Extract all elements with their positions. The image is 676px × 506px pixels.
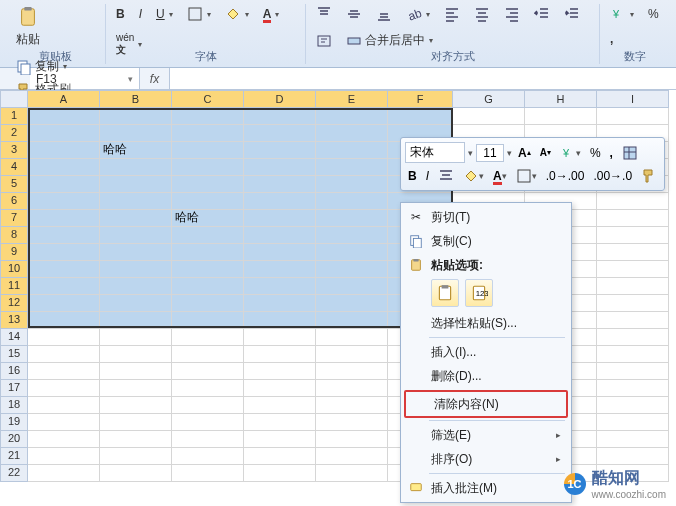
- cell[interactable]: [316, 125, 388, 142]
- ctx-filter[interactable]: 筛选(E) ▸: [403, 423, 569, 447]
- paste-opt-values[interactable]: 123: [465, 279, 493, 307]
- cell[interactable]: [316, 142, 388, 159]
- cell[interactable]: [100, 227, 172, 244]
- cell[interactable]: [597, 448, 669, 465]
- orientation-button[interactable]: ab▾: [402, 4, 434, 24]
- align-bot-button[interactable]: [372, 4, 396, 24]
- underline-button[interactable]: U▾: [152, 5, 177, 23]
- mini-border[interactable]: ▾: [513, 166, 540, 186]
- row-header-6[interactable]: 6: [0, 193, 28, 210]
- row-header-8[interactable]: 8: [0, 227, 28, 244]
- ctx-copy[interactable]: 复制(C): [403, 229, 569, 253]
- cell[interactable]: [28, 227, 100, 244]
- cell[interactable]: [28, 363, 100, 380]
- cell[interactable]: [244, 125, 316, 142]
- cell[interactable]: [28, 397, 100, 414]
- cell[interactable]: [244, 346, 316, 363]
- cell[interactable]: [244, 380, 316, 397]
- cell[interactable]: [172, 278, 244, 295]
- cell[interactable]: [172, 414, 244, 431]
- cell[interactable]: [28, 125, 100, 142]
- cell[interactable]: [100, 108, 172, 125]
- ctx-paste-special[interactable]: 选择性粘贴(S)...: [403, 311, 569, 335]
- cell[interactable]: [316, 312, 388, 329]
- align-left-button[interactable]: [440, 4, 464, 24]
- align-mid-button[interactable]: [342, 4, 366, 24]
- cell[interactable]: [100, 278, 172, 295]
- mini-font-size[interactable]: 11: [476, 144, 504, 162]
- row-header-13[interactable]: 13: [0, 312, 28, 329]
- row-header-12[interactable]: 12: [0, 295, 28, 312]
- cell[interactable]: [244, 108, 316, 125]
- cell[interactable]: [597, 278, 669, 295]
- cell[interactable]: [172, 431, 244, 448]
- row-header-11[interactable]: 11: [0, 278, 28, 295]
- font-color-button[interactable]: A▾: [259, 5, 284, 23]
- cell[interactable]: [597, 414, 669, 431]
- cell[interactable]: [100, 380, 172, 397]
- row-header-18[interactable]: 18: [0, 397, 28, 414]
- paste-opt-keep[interactable]: [431, 279, 459, 307]
- ctx-insert-comment[interactable]: 插入批注(M): [403, 476, 569, 500]
- cell[interactable]: [28, 448, 100, 465]
- cell[interactable]: [244, 193, 316, 210]
- cell[interactable]: [172, 227, 244, 244]
- row-header-10[interactable]: 10: [0, 261, 28, 278]
- mini-format-cells[interactable]: [619, 143, 641, 163]
- ctx-delete[interactable]: 删除(D)...: [403, 364, 569, 388]
- cell[interactable]: [244, 397, 316, 414]
- cell[interactable]: [28, 176, 100, 193]
- cell[interactable]: [244, 414, 316, 431]
- mini-fill-color[interactable]: ▾: [460, 166, 487, 186]
- cell[interactable]: [172, 159, 244, 176]
- ctx-cut[interactable]: ✂ 剪切(T): [403, 205, 569, 229]
- cell[interactable]: [172, 465, 244, 482]
- mini-align[interactable]: [435, 166, 457, 186]
- cell[interactable]: [597, 312, 669, 329]
- cell[interactable]: [172, 397, 244, 414]
- row-header-21[interactable]: 21: [0, 448, 28, 465]
- row-header-9[interactable]: 9: [0, 244, 28, 261]
- cell[interactable]: [597, 431, 669, 448]
- row-header-19[interactable]: 19: [0, 414, 28, 431]
- cell[interactable]: [597, 244, 669, 261]
- cell[interactable]: [316, 278, 388, 295]
- col-header-B[interactable]: B: [100, 90, 172, 108]
- cell[interactable]: [244, 329, 316, 346]
- cell[interactable]: [100, 431, 172, 448]
- cell[interactable]: [316, 227, 388, 244]
- mini-percent[interactable]: %: [587, 144, 604, 162]
- cell[interactable]: [28, 414, 100, 431]
- col-header-I[interactable]: I: [597, 90, 669, 108]
- col-header-C[interactable]: C: [172, 90, 244, 108]
- cell[interactable]: [172, 193, 244, 210]
- mini-dec-dec[interactable]: .00→.0: [590, 167, 635, 185]
- cell[interactable]: [316, 176, 388, 193]
- cell[interactable]: [244, 159, 316, 176]
- cell[interactable]: [244, 363, 316, 380]
- row-header-15[interactable]: 15: [0, 346, 28, 363]
- cell[interactable]: [525, 108, 597, 125]
- cell[interactable]: [28, 295, 100, 312]
- cell[interactable]: [172, 176, 244, 193]
- mini-font-color[interactable]: A▾: [490, 167, 510, 185]
- mini-bold[interactable]: B: [405, 167, 420, 185]
- cell[interactable]: [172, 142, 244, 159]
- row-header-5[interactable]: 5: [0, 176, 28, 193]
- cell[interactable]: [100, 261, 172, 278]
- col-header-A[interactable]: A: [28, 90, 100, 108]
- align-right-button[interactable]: [500, 4, 524, 24]
- cell[interactable]: [244, 465, 316, 482]
- cell[interactable]: [172, 380, 244, 397]
- cell[interactable]: [316, 380, 388, 397]
- cell[interactable]: [172, 312, 244, 329]
- cell[interactable]: [100, 414, 172, 431]
- cell[interactable]: [316, 108, 388, 125]
- mini-comma[interactable]: ,: [607, 144, 616, 162]
- col-header-H[interactable]: H: [525, 90, 597, 108]
- mini-font-name[interactable]: 宋体: [405, 142, 465, 163]
- bold-button[interactable]: B: [112, 5, 129, 23]
- row-header-20[interactable]: 20: [0, 431, 28, 448]
- cell[interactable]: [172, 125, 244, 142]
- wrap-text-button[interactable]: [312, 31, 336, 51]
